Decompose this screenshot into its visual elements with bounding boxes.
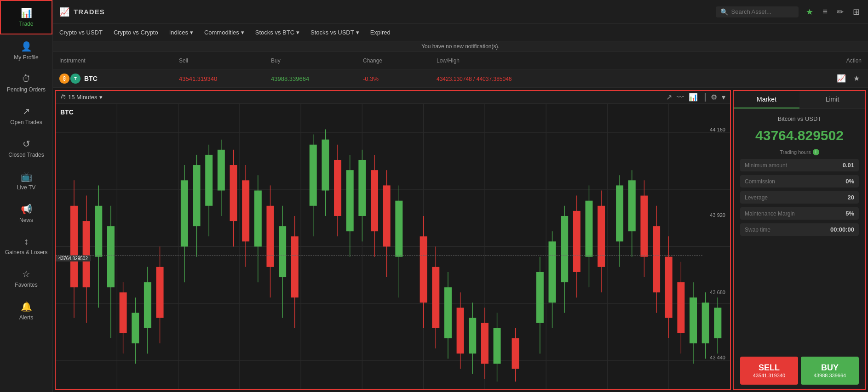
field-value-leverage: 20: [848, 194, 854, 201]
change-value: -0.3%: [363, 75, 379, 82]
sell-button[interactable]: SELL 43541.319340: [740, 357, 798, 385]
search-box[interactable]: 🔍: [716, 6, 799, 17]
svg-rect-50: [291, 236, 299, 297]
sidebar-item-alerts-label: Alerts: [19, 314, 34, 321]
layout-button[interactable]: ⊞: [851, 5, 862, 19]
search-input[interactable]: [731, 8, 791, 15]
tab-expired[interactable]: Expired: [370, 26, 391, 39]
svg-rect-74: [457, 308, 464, 354]
star-button[interactable]: ★: [804, 5, 815, 19]
instrument-data-row[interactable]: ₿ T BTC 43541.319340 43988.339664 -0.3% …: [53, 69, 868, 88]
sell-sub-price: 43541.319340: [753, 373, 785, 378]
chart-toolbar: ⏱ 15 Minutes ▾ ↗ 〰 📊 ⎥ ⚙ ▾: [56, 91, 730, 104]
svg-rect-104: [665, 257, 673, 318]
star-action-icon[interactable]: ★: [851, 72, 862, 85]
svg-rect-88: [561, 216, 568, 282]
price-level-1: 44 160: [710, 127, 725, 132]
sidebar: 📊 Trade 👤 My Profile ⏱ Pending Orders ↗ …: [0, 0, 53, 392]
sidebar-item-favorites[interactable]: ☆ Favorites: [0, 262, 52, 295]
field-label-commission: Commission: [745, 178, 775, 185]
svg-rect-20: [95, 206, 102, 257]
sidebar-item-trade[interactable]: 📊 Trade: [0, 0, 52, 34]
chevron-down-icon[interactable]: ▾: [722, 93, 725, 102]
trade-icon: 📊: [21, 7, 32, 18]
live-tv-icon: 📺: [21, 171, 32, 182]
sidebar-item-live-tv[interactable]: 📺 Live TV: [0, 165, 52, 197]
sidebar-item-favorites-label: Favorites: [15, 282, 37, 288]
svg-rect-54: [322, 140, 329, 191]
chevron-down-icon: ▾: [190, 29, 193, 36]
svg-rect-72: [444, 287, 452, 338]
sidebar-item-my-profile[interactable]: 👤 My Profile: [0, 34, 52, 67]
col-header-lowhigh: Low/High: [437, 57, 806, 64]
header-right: 🔍 ★ ≡ ✏ ⊞: [716, 5, 862, 19]
buy-sub-price: 43988.339664: [814, 373, 846, 378]
field-value-swap-time: 00:00:00: [830, 226, 854, 233]
svg-rect-76: [469, 318, 476, 354]
chevron-down-icon: ▾: [241, 29, 244, 36]
svg-rect-60: [358, 160, 366, 216]
col-header-action: Action: [806, 57, 862, 64]
chart-area: ⏱ 15 Minutes ▾ ↗ 〰 📊 ⎥ ⚙ ▾ BTC 44 160 43…: [55, 90, 731, 390]
tab-commodities[interactable]: Commodities ▾: [204, 26, 244, 39]
tab-crypto-crypto[interactable]: Crypto vs Crypto: [114, 26, 158, 39]
notification-text: You have no new notification(s).: [421, 43, 500, 50]
panel-body: Bitcoin vs USDT 43764.829502 Trading hou…: [734, 109, 865, 389]
svg-rect-52: [310, 145, 317, 206]
sidebar-item-closed-trades[interactable]: ↺ Closed Trades: [0, 132, 52, 165]
menu-button[interactable]: ≡: [821, 5, 829, 18]
svg-rect-80: [494, 328, 501, 364]
svg-rect-100: [640, 196, 648, 257]
pending-orders-icon: ⏱: [22, 74, 31, 84]
line-chart-icon[interactable]: ↗: [666, 93, 672, 102]
low-value: 43423.130748: [437, 76, 472, 82]
open-trades-icon: ↗: [23, 106, 30, 117]
svg-rect-16: [70, 206, 78, 287]
sidebar-item-open-trades[interactable]: ↗ Open Trades: [0, 99, 52, 132]
buy-button[interactable]: BUY 43988.339664: [801, 357, 859, 385]
svg-rect-38: [218, 150, 225, 191]
candlestick-chart-icon[interactable]: ⎥: [702, 93, 706, 102]
info-icon[interactable]: i: [813, 149, 819, 155]
lowhigh-cell: 43423.130748 / 44037.385046: [437, 74, 806, 83]
svg-rect-40: [230, 165, 237, 221]
chart-action-icon[interactable]: 📈: [835, 72, 848, 85]
col-header-instrument: Instrument: [59, 57, 179, 64]
price-level-3: 43 680: [710, 290, 725, 295]
svg-rect-92: [585, 201, 592, 257]
svg-rect-82: [512, 338, 519, 369]
gainers-losers-icon: ↕: [24, 236, 29, 247]
bar-chart-icon[interactable]: 📊: [689, 93, 698, 102]
draw-button[interactable]: ✏: [835, 5, 845, 19]
tab-stocks-usdt[interactable]: Stocks vs USDT ▾: [310, 26, 359, 39]
sidebar-item-news[interactable]: 📢 News: [0, 197, 52, 230]
sidebar-item-pending-orders[interactable]: ⏱ Pending Orders: [0, 67, 52, 99]
chart-canvas-wrapper: BTC 44 160 43 920 43 680 43 440 43764.82…: [56, 104, 730, 389]
sidebar-item-gainers-losers[interactable]: ↕ Gainers & Losers: [0, 230, 52, 262]
tab-limit[interactable]: Limit: [799, 91, 865, 108]
tab-market[interactable]: Market: [734, 91, 799, 108]
svg-rect-66: [395, 201, 402, 257]
field-maintenance-margin: Maintenance Margin 5%: [740, 207, 859, 220]
price-level-2: 43 920: [710, 212, 725, 218]
svg-rect-24: [120, 292, 127, 333]
field-value-commission: 0%: [845, 178, 854, 185]
sell-price: 43541.319340: [179, 75, 217, 82]
area-chart-icon[interactable]: 〰: [677, 93, 684, 102]
tab-stocks-btc[interactable]: Stocks vs BTC ▾: [255, 26, 299, 39]
change-cell: -0.3%: [363, 74, 437, 83]
sidebar-item-alerts[interactable]: 🔔 Alerts: [0, 295, 52, 327]
current-price-badge: 43764.829502: [56, 256, 91, 261]
settings-icon[interactable]: ⚙: [711, 93, 717, 102]
app-logo: 📈 TRADES: [59, 7, 105, 17]
chart-svg: [56, 104, 730, 389]
svg-rect-58: [346, 170, 354, 231]
field-leverage: Leverage 20: [740, 191, 859, 204]
field-label-maintenance-margin: Maintenance Margin: [745, 210, 795, 217]
svg-rect-56: [334, 160, 341, 216]
tab-crypto-usdt[interactable]: Crypto vs USDT: [59, 26, 103, 39]
trading-hours: Trading hours i: [740, 149, 859, 155]
tab-indices[interactable]: Indices ▾: [169, 26, 193, 39]
svg-rect-90: [573, 211, 581, 272]
time-selector[interactable]: ⏱ 15 Minutes ▾: [60, 94, 103, 101]
